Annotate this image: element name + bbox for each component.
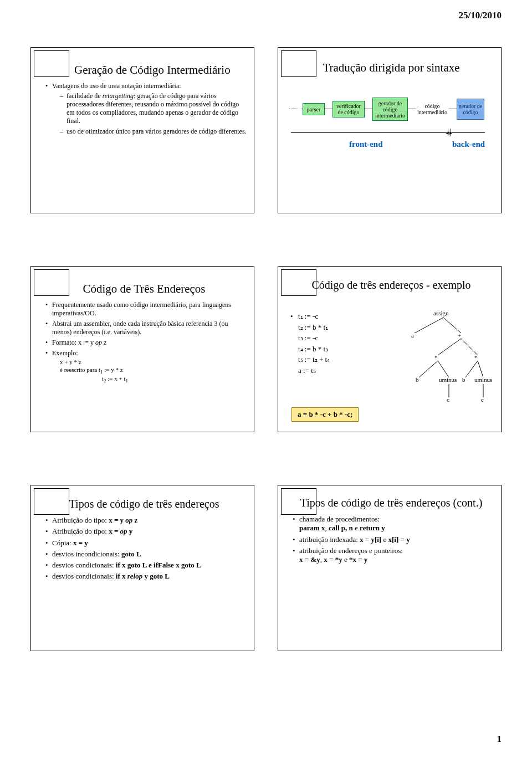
slide-grid: Geração de Código Intermediário Vantagen… xyxy=(30,47,502,651)
slide-frame-icon xyxy=(34,50,69,77)
label-code-int: código intermediário xyxy=(416,102,449,116)
slide3-b3: Formato: x := y op z xyxy=(45,339,247,347)
slide5-b3: Cópia: x = y xyxy=(45,539,247,548)
slide3-ex1: x + y * z xyxy=(60,359,247,366)
date-header: 25/10/2010 xyxy=(459,10,502,21)
slide5-b1: Atribuição do tipo: x = y op z xyxy=(45,516,247,525)
svg-line-3 xyxy=(461,339,478,355)
slide-4: Código de três endereços - exemplo • t₁ … xyxy=(278,266,502,432)
slide-frame-icon xyxy=(34,269,69,296)
slide-frame-icon xyxy=(34,488,69,515)
slide3-title: Código de Três Endereços xyxy=(41,282,247,295)
slide5-b5: desvios condicionais: if x goto L e ifFa… xyxy=(45,561,247,570)
slide-6: Tipos de código de três endereços (cont.… xyxy=(278,485,502,651)
slide1-title: Geração de Código Intermediário xyxy=(41,63,247,76)
ast-tree: assign a + * * b uminus b uminus c c xyxy=(393,310,493,421)
box-verifier: verificador de código xyxy=(332,101,365,117)
slide1-dash-2: uso de otimizador único para vários gera… xyxy=(60,127,247,136)
slide3-b4: Exemplo: x + y * z é reescrito para t1 :… xyxy=(45,349,247,385)
slide5-title: Tipos de código de três endereços xyxy=(41,498,247,510)
tac-list: • t₁ := -c t₂ := b * t₁ t₃ := -c t₄ := b… xyxy=(293,311,330,376)
label-front-end: front-end xyxy=(349,140,383,149)
slide5-b4: desvios incondicionais: goto L xyxy=(45,550,247,559)
page-number: 1 xyxy=(497,734,502,745)
box-gen-code: gerador de código xyxy=(457,99,484,120)
slide1-dash-1: facilidade de retargetting: geração de c… xyxy=(60,92,247,125)
slide-5: Tipos de código de três endereços Atribu… xyxy=(30,485,254,651)
page: 25/10/2010 1 Geração de Código Intermedi… xyxy=(0,0,532,757)
slide6-title: Tipos de código de três endereços (cont.… xyxy=(288,497,494,509)
slide-frame-icon xyxy=(281,269,316,296)
slide2-title: Tradução dirigida por sintaxe xyxy=(288,61,494,74)
label-back-end: back-end xyxy=(452,140,485,149)
svg-line-1 xyxy=(443,318,461,333)
source-expression-box: a = b * -c + b * -c; xyxy=(291,407,359,422)
box-parser: parser xyxy=(303,103,325,115)
slide-frame-icon xyxy=(281,488,316,515)
slide3-ex3: t2 := x + t1 xyxy=(60,375,247,384)
svg-line-2 xyxy=(438,339,461,355)
slide4-title: Código de três endereços - exemplo xyxy=(288,279,494,291)
svg-line-4 xyxy=(419,361,438,377)
slide5-b6: desvios condicionais: if x relop y goto … xyxy=(45,572,247,581)
svg-line-5 xyxy=(438,361,449,377)
slide3-b2: Abstrai um assembler, onde cada instruçã… xyxy=(45,320,247,336)
pipeline-diagram: parser verificador de código gerador de … xyxy=(288,91,494,146)
svg-line-8 xyxy=(478,361,483,377)
slide6-b3: atribuição de endereços e ponteiros: x =… xyxy=(293,546,494,565)
slide-2: Tradução dirigida por sintaxe parser ver… xyxy=(278,47,502,213)
slide1-bullet-1: Vantagens do uso de uma notação intermed… xyxy=(45,82,247,136)
slide3-ex2: é reescrito para t1 := y * z xyxy=(60,366,247,375)
slide5-b2: Atribuição do tipo: x = op y xyxy=(45,527,247,536)
svg-line-0 xyxy=(415,318,443,333)
box-gen-int: gerador de código intermediário xyxy=(372,98,408,121)
slide6-b1: chamada de procedimentos: param x, call … xyxy=(293,515,494,533)
svg-line-7 xyxy=(466,361,478,377)
slide3-b1: Frequentemente usado como código interme… xyxy=(45,301,247,318)
slide-frame-icon xyxy=(281,50,316,77)
slide-3: Código de Três Endereços Frequentemente … xyxy=(30,266,254,432)
slide-1: Geração de Código Intermediário Vantagen… xyxy=(30,47,254,213)
slide6-b2: atribuição indexada: x = y[i] e x[i] = y xyxy=(293,535,494,544)
